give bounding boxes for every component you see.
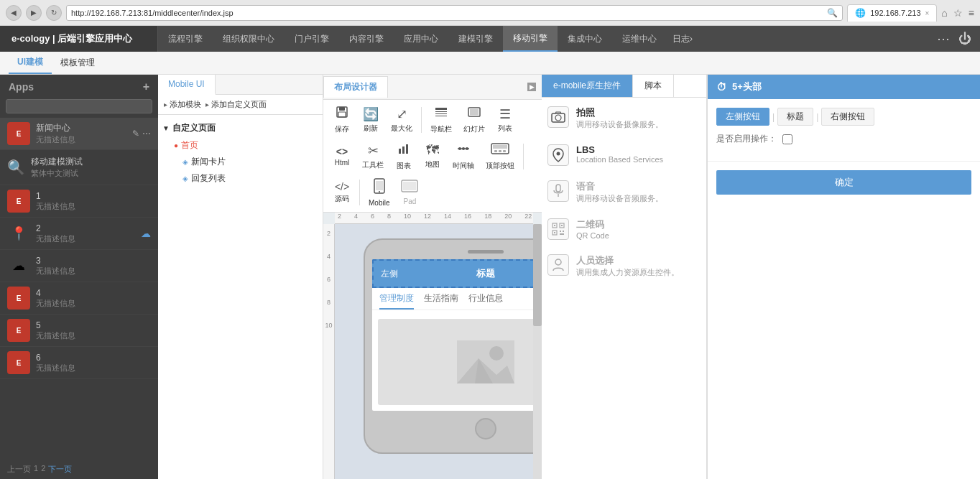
phone-header-component[interactable]: 左侧 标题 右侧 [372,259,533,288]
camera-text: 拍照 调用移动设备摄像服务。 [576,106,701,130]
page-1[interactable]: 1 [34,464,38,475]
nav-content[interactable]: 内容引擎 [339,26,394,52]
nav-flow[interactable]: 流程引擎 [158,26,213,52]
sidebar-item-news-center[interactable]: E 新闻中心 无描述信息 ✎ ⋯ [0,118,158,150]
menu-icon[interactable]: ≡ [969,7,974,19]
tool-timeline[interactable]: 时间轴 [448,139,479,173]
phone-tab-3[interactable]: 行业信息 [468,292,503,310]
sidebar-item-1[interactable]: E 1 无描述信息 [0,185,158,218]
nav-apps[interactable]: 应用中心 [394,26,448,52]
sidebar-add-btn[interactable]: + [143,80,149,93]
tool-source[interactable]: </> 源码 [329,179,355,206]
phone-tab-2[interactable]: 生活指南 [424,292,458,310]
phone-home-button[interactable] [475,418,496,440]
tab-close[interactable]: × [925,9,930,17]
comp-tab-native[interactable]: e-mobile原生控件 [542,75,633,97]
comp-lbs[interactable]: LBS Location Based Services [547,141,701,169]
svg-point-14 [462,147,465,150]
forward-button[interactable]: ▶ [26,5,42,21]
sidebar-item-3[interactable]: ☁ 3 无描述信息 [0,250,158,282]
tool-map[interactable]: 🗺 地图 [420,141,445,172]
next-page[interactable]: 下一页 [48,464,72,475]
tab-ui-modeling[interactable]: UI建模 [9,52,52,74]
nav-org[interactable]: 组织权限中心 [213,26,285,52]
comp-tab-script[interactable]: 脚本 [633,75,674,97]
nav-modeler[interactable]: 建模引擎 [448,26,503,52]
tool-topbar[interactable]: 顶部按钮 [481,139,519,173]
tool-maximize[interactable]: ⤢ 最大化 [387,104,417,136]
tool-mobile[interactable]: Mobile [364,176,394,209]
more-icon[interactable]: ⋯ [142,129,151,139]
tool-slideshow[interactable]: 幻灯片 [459,103,489,136]
canvas-content[interactable]: 左侧 标题 右侧 ⚙ 管理制度 生活指南 行业信息 [335,224,533,479]
bookmark-icon[interactable]: ☆ [953,7,963,19]
tree-item-reply-list[interactable]: ◈ 回复列表 [162,170,318,187]
browser-tab[interactable]: 🌐 192.168.7.213 × [847,4,937,22]
qrcode-icon [547,218,569,240]
sidebar-search-input[interactable] [6,99,152,113]
nav-integration[interactable]: 集成中心 [558,26,612,52]
nav-ops[interactable]: 运维中心 [612,26,667,52]
tree-area: ▼ 自定义页面 ● 首页 ◈ 新闻卡片 ◈ 回复列表 [158,115,323,479]
confirm-button[interactable]: 确定 [716,170,971,195]
refresh-button[interactable]: ↻ [46,5,62,21]
power-icon[interactable]: ⏻ [958,32,971,47]
user-menu-icon[interactable]: ⋯ [937,31,950,47]
nav-more[interactable]: 日志 › [667,26,698,52]
page-2[interactable]: 2 [41,464,45,475]
tool-save[interactable]: 保存 [329,103,355,136]
tool-chart[interactable]: 图表 [391,139,417,173]
comp-person-select[interactable]: 人员选择 调用集成人力资源原生控件。 [547,251,701,281]
comp-voice[interactable]: 语音 调用移动设备音频服务。 [547,177,701,207]
tool-toolbar[interactable]: ✂ 工具栏 [358,141,388,172]
sidebar-item-mobile-test[interactable]: 🔍 移动建模测试 繁体中文测试 [0,150,158,185]
scrollbar-thumb[interactable] [533,224,542,326]
tool-refresh[interactable]: 🔄 刷新 [358,104,384,136]
tool-html[interactable]: <> Html [329,144,355,169]
svg-rect-41 [560,231,561,232]
phone-home-btn-area [372,418,533,440]
vertical-scrollbar[interactable] [533,224,542,479]
right-btn-prop[interactable]: 右侧按钮 [821,108,874,126]
layout-designer-tab[interactable]: 布局设计器 [323,76,388,98]
mobile-ui-tab[interactable]: Mobile UI [158,75,216,95]
edit-icon[interactable]: ✎ [132,129,139,139]
mobile-icon [374,178,385,197]
sidebar-item-5[interactable]: E 5 无描述信息 [0,315,158,347]
prev-page[interactable]: 上一页 [7,464,31,475]
person-select-text: 人员选择 调用集成人力资源原生控件。 [576,254,701,278]
url-bar[interactable]: http://192.168.7.213:81/middlecenter/ind… [66,5,843,21]
list-icon: ☰ [499,106,511,122]
svg-rect-8 [470,109,479,115]
tree-item-home[interactable]: ● 首页 [162,137,318,154]
tree-expand-icon[interactable]: ▼ [162,124,170,132]
collapse-right-btn[interactable]: ▶ [527,83,536,91]
browser-chrome: ◀ ▶ ↻ http://192.168.7.213:81/middlecent… [0,0,980,26]
tool-navbar[interactable]: 导航栏 [426,103,456,136]
tool-list[interactable]: ☰ 列表 [492,104,518,136]
horizontal-ruler: 2 4 6 8 10 12 14 16 18 20 22 24 26 [335,213,533,224]
sidebar-item-6[interactable]: E 6 无描述信息 [0,347,158,379]
props-divider-2: | [813,112,821,122]
comp-camera[interactable]: 拍照 调用移动设备摄像服务。 [547,103,701,133]
svg-rect-5 [435,113,447,114]
comp-qrcode[interactable]: 二维码 QR Code [547,215,701,243]
back-button[interactable]: ◀ [6,5,22,21]
add-block-btn[interactable]: 添加模块 [164,99,201,110]
add-custom-page-btn[interactable]: 添加自定义页面 [205,99,267,110]
home-icon[interactable]: ⌂ [941,7,947,19]
nav-mobile[interactable]: 移动引擎 [503,26,558,52]
phone-screen: 左侧 标题 右侧 ⚙ 管理制度 生活指南 行业信息 [372,259,533,411]
enable-ops-checkbox[interactable] [782,134,792,144]
left-btn-prop[interactable]: 左侧按钮 [716,108,769,126]
sidebar-item-4[interactable]: E 4 无描述信息 [0,282,158,315]
tree-item-news-card[interactable]: ◈ 新闻卡片 [162,154,318,170]
tab-template-mgmt[interactable]: 模板管理 [52,52,103,74]
title-prop[interactable]: 标题 [777,108,813,126]
phone-tab-1[interactable]: 管理制度 [379,292,414,310]
sidebar-item-2[interactable]: 📍 2 无描述信息 ☁ [0,218,158,250]
svg-rect-11 [406,144,408,154]
nav-portal[interactable]: 门户引擎 [285,26,339,52]
enable-ops-label: 是否启用操作： [716,133,777,145]
tool-pad[interactable]: Pad [397,177,422,208]
